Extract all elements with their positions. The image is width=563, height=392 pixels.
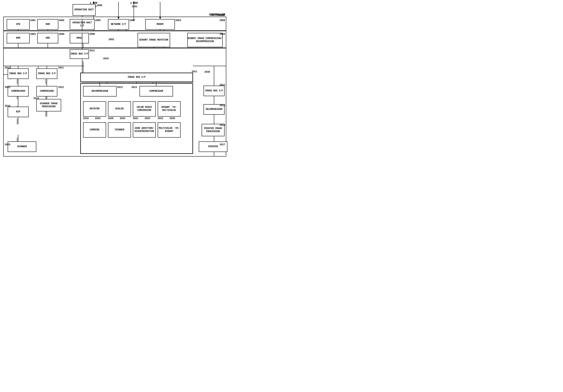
- controller-label-display: CONTROLLER: [210, 14, 225, 17]
- ref-2011e: 2011: [219, 84, 225, 86]
- wan-label: ▲ WAN: [130, 1, 138, 4]
- svg-marker-89: [117, 17, 119, 19]
- printer-text: PRINTER: [208, 145, 218, 148]
- ref-2021: 2021: [133, 117, 138, 120]
- combine-box: COMBINE: [83, 122, 106, 138]
- hdd-box: HDD: [37, 33, 58, 43]
- multivalue-to-binary-text: MULTIVALUE -TO- BINARY: [158, 127, 180, 133]
- dmac-box: DMAC: [70, 33, 89, 43]
- network-if-box: NETWORK I/F: [108, 19, 129, 30]
- binary-image-compression-box: BINARY IMAGE COMPRESSION/ DECOMPRESSION: [187, 33, 223, 47]
- compressor-left1-box: COMPRESSOR: [8, 86, 29, 96]
- modem-box: MODEM: [145, 19, 175, 30]
- hdd-text: HDD: [46, 37, 50, 40]
- thinner-text: THINNER: [115, 129, 124, 131]
- rip-text: RIP: [16, 110, 20, 114]
- scanner-box: SCANNER: [8, 142, 36, 152]
- cpu-box: CPU: [7, 19, 30, 30]
- diagram: CONTROLLER ▲ LAN 2050 ▲ WAN 2051 2000 OP…: [0, 0, 229, 160]
- image-bus-if-main-box: IMAGE BUS I/F: [80, 73, 193, 82]
- ref-2053: 2053: [175, 19, 181, 22]
- rip-box: RIP: [8, 107, 29, 117]
- ref-2003: 2003: [30, 33, 36, 36]
- printer-box: PRINTER: [199, 142, 227, 152]
- ref-2011b: 2011: [5, 66, 10, 69]
- rom-text: ROM: [16, 37, 20, 40]
- ref-2001: 2001: [30, 19, 36, 22]
- code-addition-text: CODE ADDITION/ DISCRIMINATION: [133, 127, 155, 133]
- ref-2030: 2030: [205, 71, 210, 73]
- image-bus-if-left2-box: IMAGE BUS I/F: [36, 68, 57, 79]
- image-bus-if-left1-box: IMAGE BUS I/F: [8, 68, 29, 79]
- multivalue-to-binary-box: MULTIVALUE -TO- BINARY: [158, 122, 180, 138]
- ref-2026: 2026: [169, 117, 175, 120]
- rom-box: ROM: [7, 33, 30, 43]
- wan-ref: 2051: [132, 5, 137, 8]
- ref-2005: 2005: [95, 19, 101, 22]
- ref-2002: 2002: [59, 19, 64, 22]
- binary-image-rotation-text: BINARY IMAGE ROTATION: [139, 39, 168, 42]
- scanner-image-processing-box: SCANNER IMAGE PROCESSING: [36, 99, 61, 111]
- ref-2025: 2025: [145, 117, 150, 120]
- ref-2022: 2022: [158, 117, 163, 120]
- binary-to-multivalue-text: BINARY -TO- MULTIVALUE: [158, 106, 180, 112]
- ref-2007: 2007: [129, 19, 135, 22]
- combine-text: COMBINE: [90, 129, 99, 131]
- color-space-conversion-text: COLOR SPACE CONVERSION: [133, 106, 155, 112]
- network-if-text: NETWORK I/F: [111, 23, 126, 26]
- ref-2017: 2017: [219, 143, 225, 146]
- ref-2012b: 2012: [58, 86, 64, 89]
- ref-2054: 2054: [219, 33, 225, 36]
- compressor-left1-text: COMPRESSOR: [11, 90, 25, 93]
- image-bus-if-small-box: IMAGE BUS I/F: [70, 49, 89, 59]
- ref-2012c: 2012: [131, 86, 137, 89]
- rotator-text: ROTATOR: [90, 107, 99, 110]
- operation-unit-box: OPERATION UNIT: [73, 4, 96, 16]
- ram-text: RAM: [46, 23, 50, 26]
- compressor-left2-box: COMPRESSOR: [36, 86, 57, 96]
- operation-unit-text: OPERATION UNIT: [75, 8, 94, 12]
- image-bus-if-right-box: IMAGE BUS I/F: [204, 86, 225, 96]
- ref-2006: 2006: [97, 4, 102, 7]
- compressor-left2-text: COMPRESSOR: [40, 90, 54, 93]
- image-bus-if-left1-text: IMAGE BUS I/F: [9, 72, 27, 75]
- modem-text: MODEM: [156, 23, 163, 26]
- decompressor-main-text: DECOMPRESSOR: [91, 90, 108, 93]
- decompressor-right-text: DECOMPRESSOR: [206, 108, 222, 111]
- scaler-text: SCALER: [115, 107, 123, 110]
- printer-image-processing-text: PRINTER IMAGE PROCESSING: [202, 127, 224, 133]
- decompressor-main-box: DECOMPRESSOR: [83, 86, 116, 96]
- binary-image-compression-text: BINARY IMAGE COMPRESSION/ DECOMPRESSION: [188, 37, 222, 43]
- compressor-main-box: COMPRESSOR: [140, 86, 173, 96]
- scanner-text: SCANNER: [17, 145, 27, 148]
- ref-2024: 2024: [120, 117, 125, 120]
- ref-2016: 2016: [219, 124, 225, 127]
- rotator-box: ROTATOR: [83, 101, 106, 117]
- ref-2004: 2004: [59, 33, 64, 36]
- image-bus-if-small-text: IMAGE BUS I/F: [70, 52, 88, 56]
- svg-marker-91: [159, 17, 161, 19]
- image-bus-if-left2-text: IMAGE BUS I/F: [38, 72, 56, 75]
- ref-2009: 2009: [90, 33, 95, 36]
- ref-2020: 2020: [108, 117, 114, 120]
- code-addition-box: CODE ADDITION/ DISCRIMINATION: [133, 122, 156, 138]
- ram-box: RAM: [37, 19, 58, 30]
- ref-2008: 2008: [219, 19, 225, 22]
- dmac-text: DMAC: [77, 37, 82, 40]
- lan-label: ▲ LAN: [90, 1, 97, 4]
- ref-2010: 2010: [103, 57, 109, 60]
- image-bus-if-main-text: IMAGE BUS I/F: [128, 76, 146, 79]
- compressor-main-text: COMPRESSOR: [149, 90, 163, 93]
- ref-2011a: 2011: [90, 49, 95, 52]
- thinner-box: THINNER: [108, 122, 131, 138]
- ref-2013b: 2013: [219, 104, 225, 107]
- ref-2015: 2015: [5, 143, 10, 146]
- operation-unit-if-box: OPERATION UNIT I/F: [70, 19, 95, 30]
- ref-2052: 2052: [109, 38, 114, 41]
- ref-2013a: 2013: [117, 86, 123, 89]
- ref-2014: 2014: [33, 97, 39, 100]
- binary-to-multivalue-box: BINARY -TO- MULTIVALUE: [158, 101, 180, 117]
- operation-unit-if-text: OPERATION UNIT I/F: [70, 21, 94, 27]
- scanner-image-processing-text: SCANNER IMAGE PROCESSING: [37, 102, 61, 108]
- scaler-box: SCALER: [108, 101, 131, 117]
